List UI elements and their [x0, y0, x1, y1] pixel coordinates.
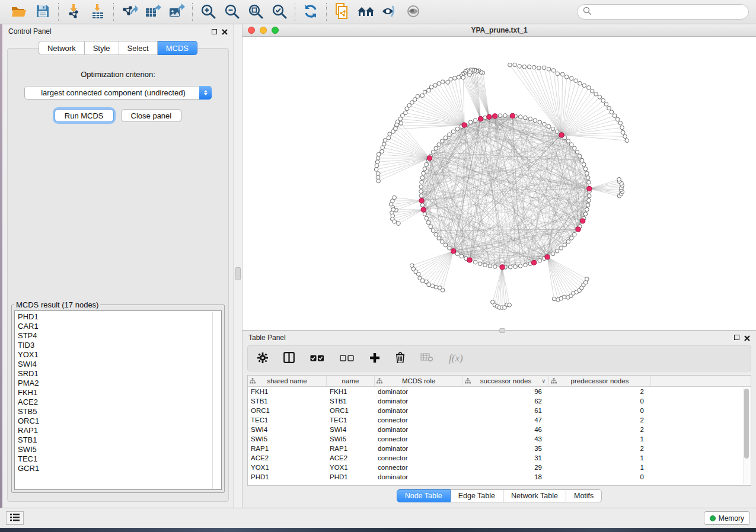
graph-node[interactable]	[573, 232, 577, 236]
graph-node[interactable]	[586, 203, 590, 207]
import-network-button[interactable]	[62, 2, 86, 22]
table-row[interactable]: YOX1YOX1connector291	[248, 463, 751, 472]
table-row[interactable]: SWI5SWI5connector431	[248, 434, 751, 444]
graph-node[interactable]	[569, 236, 573, 241]
close-window-icon[interactable]	[222, 28, 228, 34]
mcds-result-list[interactable]: PHD1CAR1STP4TID3YOX1SWI4SRD1PMA2FKH1ACE2…	[14, 310, 222, 490]
column-header-name[interactable]: name	[327, 376, 375, 386]
graph-node[interactable]	[427, 88, 431, 92]
graph-node[interactable]	[586, 176, 590, 180]
graph-node[interactable]	[425, 162, 429, 166]
graph-node[interactable]	[455, 127, 460, 131]
graph-node[interactable]	[483, 263, 487, 267]
export-table-button[interactable]	[141, 2, 165, 22]
criterion-select[interactable]: largest connected component (undirected)	[24, 86, 212, 100]
graph-node[interactable]	[441, 80, 445, 84]
search-box[interactable]	[577, 4, 749, 20]
graph-node[interactable]	[498, 114, 502, 118]
graph-node[interactable]	[437, 143, 441, 147]
graph-node[interactable]	[420, 180, 424, 184]
graph-node[interactable]	[580, 158, 584, 162]
mcds-result-item[interactable]: PMA2	[18, 379, 221, 388]
graph-node[interactable]	[560, 72, 564, 76]
graph-node[interactable]	[488, 264, 492, 268]
graph-node[interactable]	[434, 232, 438, 236]
show-details-button[interactable]	[401, 2, 425, 22]
graph-node[interactable]	[427, 156, 432, 161]
graph-node[interactable]	[555, 130, 559, 134]
table-row[interactable]: RAP1RAP1dominator352	[248, 444, 751, 453]
select-all-columns-button[interactable]	[310, 354, 324, 363]
graph-node[interactable]	[582, 162, 586, 166]
graph-node[interactable]	[437, 236, 441, 241]
graph-node[interactable]	[556, 72, 560, 76]
graph-node[interactable]	[576, 227, 580, 232]
tab-mcds[interactable]: MCDS	[158, 41, 197, 55]
zoom-out-button[interactable]	[220, 2, 244, 22]
graph-node[interactable]	[487, 114, 492, 119]
graph-node[interactable]	[431, 229, 435, 233]
graph-node[interactable]	[580, 219, 585, 223]
graph-node[interactable]	[377, 152, 381, 156]
graph-node[interactable]	[376, 175, 380, 180]
graph-node[interactable]	[425, 216, 429, 220]
graph-node[interactable]	[583, 212, 588, 216]
export-image-button[interactable]	[165, 2, 189, 22]
graph-node[interactable]	[416, 272, 420, 276]
mcds-result-item[interactable]: SRD1	[18, 369, 221, 379]
graph-node[interactable]	[531, 260, 536, 265]
graph-node[interactable]	[524, 263, 528, 267]
graph-node[interactable]	[613, 114, 617, 118]
graph-node[interactable]	[551, 69, 556, 73]
graph-node[interactable]	[537, 66, 541, 70]
graph-node[interactable]	[405, 107, 409, 111]
graph-node[interactable]	[547, 124, 551, 129]
graph-node[interactable]	[423, 90, 427, 94]
graph-node[interactable]	[399, 121, 403, 126]
graph-node[interactable]	[574, 79, 578, 83]
graph-node[interactable]	[374, 168, 378, 172]
column-header-MCDS-role[interactable]: MCDS role	[375, 376, 463, 386]
graph-node[interactable]	[533, 118, 537, 123]
graph-node[interactable]	[427, 283, 431, 287]
refresh-layout-button[interactable]	[299, 2, 323, 22]
graph-node[interactable]	[419, 194, 423, 198]
graph-node[interactable]	[375, 160, 379, 164]
column-header-shared-name[interactable]: shared name	[248, 376, 327, 386]
graph-node[interactable]	[583, 167, 588, 171]
mcds-result-item[interactable]: PHD1	[18, 312, 221, 322]
graph-node[interactable]	[604, 102, 608, 107]
graph-node[interactable]	[585, 171, 589, 175]
graph-node[interactable]	[460, 254, 464, 258]
graph-node[interactable]	[582, 84, 586, 88]
graph-node[interactable]	[433, 84, 438, 88]
graph-node[interactable]	[419, 185, 423, 189]
graph-node[interactable]	[623, 134, 627, 139]
home-button[interactable]	[354, 2, 378, 22]
export-network-button[interactable]	[117, 2, 141, 22]
delete-column-button[interactable]	[395, 352, 405, 365]
tab-node-table[interactable]: Node Table	[397, 489, 451, 502]
graph-node[interactable]	[500, 265, 505, 270]
mcds-result-item[interactable]: SWI4	[18, 360, 221, 369]
tab-network[interactable]: Network	[39, 41, 85, 55]
graph-node[interactable]	[493, 114, 497, 118]
memory-button[interactable]: Memory	[704, 511, 750, 525]
graph-node[interactable]	[590, 89, 594, 93]
table-row[interactable]: STB1STB1dominator620	[248, 396, 751, 406]
graph-node[interactable]	[391, 130, 395, 134]
graph-node[interactable]	[457, 75, 461, 79]
zoom-selected-button[interactable]	[267, 2, 291, 22]
graph-node[interactable]	[538, 120, 542, 124]
tab-select[interactable]: Select	[119, 41, 158, 55]
graph-node[interactable]	[578, 154, 582, 158]
graph-node[interactable]	[617, 177, 621, 181]
graph-node[interactable]	[429, 85, 433, 89]
network-window-titlebar[interactable]: YPA_prune.txt_1	[243, 24, 756, 37]
graph-node[interactable]	[508, 63, 512, 67]
graph-node[interactable]	[621, 130, 625, 134]
graph-node[interactable]	[393, 220, 397, 224]
table-row[interactable]: PHD1PHD1dominator180	[248, 472, 751, 482]
graph-node[interactable]	[618, 121, 623, 126]
graph-node[interactable]	[513, 63, 517, 67]
